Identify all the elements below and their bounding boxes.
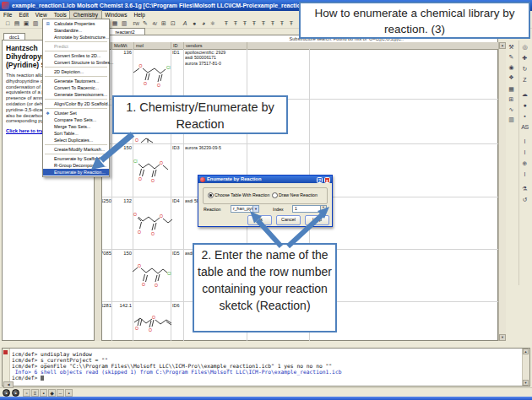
status-gem-icon[interactable]: ◆ [48,389,56,397]
command-console[interactable]: icm/def> undisplay window icm/def> s_cur… [2,348,530,386]
spin-arrows-icon[interactable]: ▴▾ [320,206,326,212]
radio-choose-table[interactable] [208,192,214,198]
grid-add-icon[interactable]: ⊞ [507,95,516,104]
cell-view-icon[interactable]: ⊡ [168,19,178,29]
menu-edit[interactable]: Edit [15,11,31,19]
cell-vendors[interactable]: aurora 36239-09-5 [185,145,246,150]
scroll-down-icon[interactable]: ▼ [499,334,506,341]
menu-item-r-group-decomposition[interactable]: R-Group Decomposition... [43,162,109,169]
dialog-titlebar[interactable]: Enumerate by Reaction ? x [198,176,332,183]
menu-item-create-modify-markush[interactable]: Create/Modify Markush... [43,146,109,153]
col-header-molwt[interactable]: MolWt [111,42,133,49]
surface-icon[interactable]: ☁ [520,89,529,99]
cell-id[interactable]: ID5 [172,251,183,256]
molecule-structure-partial[interactable]: O [131,135,173,143]
menu-item-merge-two-sets[interactable]: Merge Two Sets... [43,123,109,130]
menu-file[interactable]: File [0,11,15,19]
menu-item-cluster-set[interactable]: ❖Cluster Set [43,110,109,116]
menu-item-predict[interactable]: Predict [43,43,109,50]
menu-item-calculate-properties[interactable]: ⊞Calculate Properties [43,20,109,27]
scroll-down-icon[interactable]: ▼ [523,380,529,386]
help-button[interactable]: Help [305,215,329,225]
menu-windows[interactable]: Windows [101,11,130,19]
table-tools-icon[interactable]: ▥ [507,115,516,124]
scroll-up-icon[interactable]: ▲ [499,42,506,49]
combo-dropdown-icon[interactable]: ▼ [252,206,258,212]
atom-select-icon[interactable]: AS [520,122,529,132]
console-scrollbar[interactable]: ▲ ▼ [522,349,529,386]
col-header-empty[interactable] [247,42,309,49]
status-layers-icon[interactable]: ▪ [40,389,47,397]
menu-tools[interactable]: Tools [51,11,70,19]
cluster-icon[interactable]: ❖ [507,73,516,82]
reaction-combobox[interactable]: r_han_pyr ▼ [231,205,259,213]
col-header-vendors[interactable]: vendors [183,42,247,49]
plot-icon[interactable]: ∿ [507,105,516,114]
table-vertical-scrollbar[interactable]: ▲ ▼ [498,42,506,341]
console-prompt-line[interactable]: icm/def> [12,375,44,381]
status-record-icon-1[interactable]: ▪ [3,389,10,397]
menu-help[interactable]: Help [131,11,149,19]
undo-rotate-icon[interactable]: ↺ [520,195,529,204]
molecule-structure[interactable]: O O O Cl [131,57,173,95]
ok-button[interactable]: Ok [247,215,272,225]
menu-item-generate-tautomers[interactable]: Generate Tautomers... [43,78,109,84]
column-tool-icon-8[interactable]: Ŧ [286,19,296,29]
add-object-icon[interactable]: ⊕ [520,159,529,168]
cell-id[interactable]: ID3 [172,145,183,150]
chemistry-flask-icon[interactable]: ⚗ [520,184,529,193]
rotate-icon[interactable]: ↻ [520,64,529,73]
menu-item-sort-table[interactable]: Sort Table... [43,130,109,137]
ibeam-icon-2[interactable]: I [520,148,529,157]
radio-draw-new-label[interactable]: Draw New Reaction [279,192,318,197]
molecule-display-icon[interactable]: ⚛ [208,19,218,29]
dialog-close-icon[interactable]: x [324,177,330,183]
cancel-button[interactable]: Cancel [276,215,301,225]
molecule-structure[interactable]: O O O O [131,206,173,243]
cell-molwt[interactable]: 136 [112,50,132,55]
menu-chemistry[interactable]: Chemistry [70,11,101,19]
col-header-mol[interactable]: mol [133,42,171,49]
radio-draw-new[interactable] [272,192,278,198]
menu-item-generate-stereoisomers[interactable]: Generate Stereoisomers... [43,91,109,98]
cpk-sphere-icon[interactable]: ● [520,100,529,110]
tools-wrench-icon[interactable]: ⚒ [507,42,516,51]
menu-item-standardize[interactable]: Standardize... [43,27,109,34]
cell-id[interactable]: ID6 [172,303,183,308]
menu-item-enumerate-by-scaffold[interactable]: Enumerate by Scaffold... [43,155,109,162]
molecule-structure[interactable]: O O O [131,311,173,341]
ibeam-icon-1[interactable]: I [520,137,529,146]
status-record-icon-2[interactable]: ▪ [12,389,19,397]
index-spinbox[interactable]: 1 ▴▾ [292,205,327,213]
dialog-help-icon[interactable]: ? [317,177,323,183]
console-hscroll-left-icon[interactable]: ◀ [3,381,14,388]
menu-item-annotate-by-substructure[interactable]: Annotate by Substructure... [43,34,109,41]
ibeam-icon-3[interactable]: I [520,170,529,179]
menu-item-2d-depiction[interactable]: 2D Depiction... [43,68,109,75]
pan-icon[interactable]: ✚ [520,53,529,62]
menu-item-convert-smiles-to-2d[interactable]: Convert Smiles to 2D... [43,52,109,59]
radio-choose-table-label[interactable]: Choose Table With Reaction [214,192,269,197]
status-minus-icon[interactable]: – [57,389,64,397]
menu-item-convert-structure-to-smiles[interactable]: Convert Structure to Smiles... [43,59,109,66]
menu-item-convert-to-racemic[interactable]: Convert To Racemic... [43,84,109,91]
status-dot-icon[interactable]: ▪ [65,389,73,397]
cell-catalog[interactable]: 87085 [102,251,111,256]
small-box-icon[interactable]: ▪ [520,111,529,121]
edit-pencil-icon[interactable]: ✎ [507,52,516,62]
zoom-icon[interactable]: ◎ [520,42,529,51]
status-display-icon[interactable]: ▫ [23,389,30,397]
scroll-up-icon[interactable]: ▲ [523,349,529,354]
molecule-structure[interactable]: O O O Cl [131,258,173,295]
menu-item-select-duplicates[interactable]: Select Duplicates... [43,137,109,143]
cell-id[interactable]: ID4 [172,198,183,203]
palette-icon[interactable]: ▦ [507,84,516,94]
menu-view[interactable]: View [32,11,51,19]
z-axis-icon[interactable]: Z [520,75,529,84]
cell-molwt[interactable]: 142.1 [112,303,132,308]
menu-item-enumerate-by-reaction[interactable]: Enumerate by Reaction... [43,169,109,176]
menu-item-compare-two-sets[interactable]: Compare Two Sets... [43,116,109,123]
status-window-icon[interactable]: ≡ [31,389,39,397]
find-icon[interactable]: ◉ [507,62,516,72]
cell-molwt[interactable]: 150 [112,251,132,256]
